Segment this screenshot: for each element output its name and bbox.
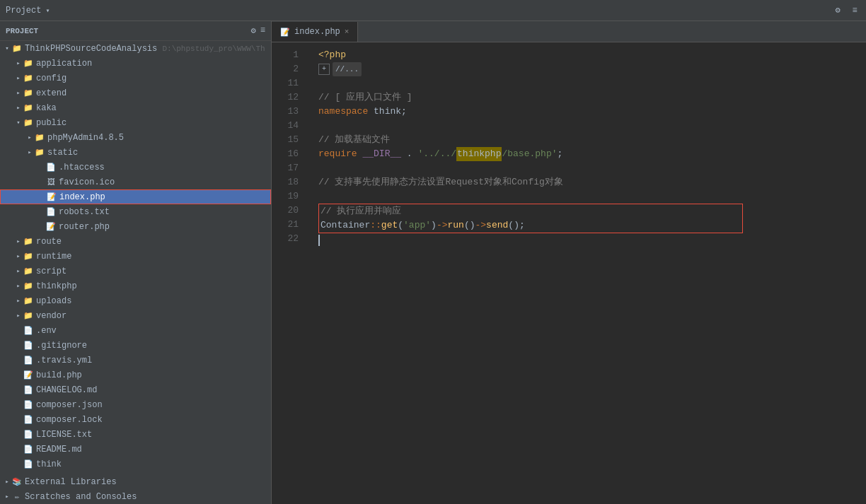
line-numbers: 1 2 11 12 13 14 15 16 17 18 19 20 21 22: [272, 42, 307, 504]
tree-arrow-config: [14, 74, 23, 83]
collapse-icon[interactable]: ≡: [260, 25, 265, 36]
comment-18: // 支持事先使用静态方法设置Request对象和Config对象: [318, 175, 563, 189]
file-icon-travis: 📄: [23, 355, 34, 366]
tree-item-router[interactable]: 📝 router.php: [0, 219, 271, 234]
code-line-21: Container :: get ( 'app' ) -> run () -> …: [319, 218, 742, 233]
line-num-13: 13: [272, 105, 307, 119]
settings-icon[interactable]: ⚙: [832, 5, 843, 16]
tree-item-env[interactable]: 📄 .env: [0, 323, 271, 338]
code-content[interactable]: <?php + //... // [ 应用入口文件 ] namespace: [307, 42, 866, 504]
tree-item-composer-lock[interactable]: 📄 composer.lock: [0, 412, 271, 427]
tree-arrow-thinkphp: [14, 282, 23, 291]
main-layout: Project ⚙ ≡ 📁 ThinkPHPSourceCodeAnalysis…: [0, 21, 866, 504]
tree-arrow-scratches: [3, 493, 11, 501]
tree-arrow-kaka: [14, 104, 23, 112]
collapsed-code[interactable]: //...: [333, 62, 362, 76]
tree-item-phpmyadmin[interactable]: 📁 phpMyAdmin4.8.5: [0, 130, 271, 145]
code-line-16: require __DIR__ . '../../thinkphp/base.p…: [318, 147, 866, 161]
tree-item-index-php[interactable]: 📝 index.php: [0, 189, 271, 204]
tree-item-composer-json[interactable]: 📄 composer.json: [0, 397, 271, 412]
file-icon-env: 📄: [23, 325, 34, 336]
file-icon-robots: 📄: [45, 206, 57, 218]
req-str-start: '../../: [417, 147, 456, 161]
tree-item-think[interactable]: 📄 think: [0, 457, 271, 471]
tree-item-route[interactable]: 📁 route: [0, 234, 271, 249]
tree-label-htaccess: .htaccess: [59, 163, 105, 172]
tree-item-gitignore[interactable]: 📄 .gitignore: [0, 338, 271, 353]
tree-arrow-application: [14, 59, 23, 68]
tree-item-application[interactable]: 📁 application: [0, 56, 271, 71]
code-line-12: // [ 应用入口文件 ]: [318, 90, 866, 105]
tree-label-phpmyadmin: phpMyAdmin4.8.5: [47, 133, 124, 143]
tree-item-robots[interactable]: 📄 robots.txt: [0, 204, 271, 219]
tree-arrow-route: [14, 238, 23, 246]
req-semi: ;: [557, 147, 562, 161]
folder-icon-application: 📁: [23, 58, 34, 69]
comment-20: // 执行应用并响应: [321, 204, 401, 218]
tree-item-runtime[interactable]: 📁 runtime: [0, 249, 271, 264]
tree-item-scratches[interactable]: ✏️ Scratches and Consoles: [0, 489, 271, 504]
tree-item-external-libs[interactable]: 📚 External Libraries: [0, 474, 271, 489]
file-icon-router: 📝: [45, 221, 57, 233]
tree-item-favicon[interactable]: 🖼 favicon.ico: [0, 175, 271, 189]
tree-item-script[interactable]: 📁 script: [0, 264, 271, 279]
tree-item-kaka[interactable]: 📁 kaka: [0, 100, 271, 115]
tree-item-readme[interactable]: 📄 README.md: [0, 442, 271, 457]
tree-label-root: ThinkPHPSourceCodeAnalysis D:\phpstudy_p…: [25, 44, 265, 54]
project-label[interactable]: Project: [6, 6, 41, 16]
code-line-18: // 支持事先使用静态方法设置Request对象和Config对象: [318, 175, 866, 189]
tree-item-htaccess[interactable]: 📄 .htaccess: [0, 160, 271, 175]
ns-space: [368, 105, 374, 119]
line-num-14: 14: [272, 119, 307, 133]
tree-item-license[interactable]: 📄 LICENSE.txt: [0, 427, 271, 442]
tree-arrow-extend: [14, 89, 23, 98]
collapse-toggle[interactable]: +: [318, 64, 330, 75]
folder-icon-runtime: 📁: [23, 251, 34, 262]
tree-label-config: config: [36, 74, 67, 83]
tree-item-thinkphp[interactable]: 📁 thinkphp: [0, 279, 271, 293]
tree-item-uploads[interactable]: 📁 uploads: [0, 293, 271, 308]
tree-item-root[interactable]: 📁 ThinkPHPSourceCodeAnalysis D:\phpstudy…: [0, 41, 271, 56]
tree-label-gitignore: .gitignore: [36, 341, 87, 351]
line-num-1: 1: [272, 48, 307, 62]
tab-index-php[interactable]: 📝 index.php ×: [272, 22, 358, 42]
code-line-15: // 加载基础文件: [318, 133, 866, 147]
tree-item-config[interactable]: 📁 config: [0, 71, 271, 86]
tree-item-vendor[interactable]: 📁 vendor: [0, 308, 271, 323]
sidebar: Project ⚙ ≡ 📁 ThinkPHPSourceCodeAnalysis…: [0, 21, 272, 504]
tree-label-travis: .travis.yml: [36, 356, 92, 365]
tree-label-think: think: [36, 459, 62, 469]
tree-arrow-vendor: [14, 312, 23, 320]
keyword-require: require: [318, 147, 357, 161]
run-method: run: [447, 218, 463, 233]
tree-label-script: script: [36, 266, 67, 276]
code-line-14: [318, 119, 866, 133]
tree-item-extend[interactable]: 📁 extend: [0, 86, 271, 100]
dbl-colon: ::: [370, 218, 381, 233]
tree-label-build: build.php: [36, 370, 82, 380]
tab-close-button[interactable]: ×: [345, 28, 350, 36]
comment-15: // 加载基础文件: [318, 133, 390, 147]
file-icon-changelog: 📄: [23, 385, 34, 396]
tree-item-public[interactable]: 📁 public: [0, 115, 271, 130]
menu-icon[interactable]: ≡: [849, 5, 860, 16]
line-num-22: 22: [272, 232, 307, 246]
app-str: 'app': [403, 218, 431, 233]
line-num-21: 21: [272, 218, 307, 232]
code-line-20: // 执行应用并响应: [319, 204, 742, 218]
tab-label: index.php: [294, 27, 340, 37]
code-editor: 1 2 11 12 13 14 15 16 17 18 19 20 21 22 …: [272, 42, 866, 504]
tree-item-changelog[interactable]: 📄 CHANGELOG.md: [0, 382, 271, 397]
gear-icon[interactable]: ⚙: [251, 25, 256, 36]
tree-item-build[interactable]: 📝 build.php: [0, 368, 271, 382]
dropdown-arrow[interactable]: ▾: [45, 6, 50, 15]
tree-item-travis[interactable]: 📄 .travis.yml: [0, 353, 271, 368]
tree-label-thinkphp: thinkphp: [36, 281, 77, 291]
code-line-1: <?php: [318, 48, 866, 62]
file-icon-index-php: 📝: [46, 192, 57, 203]
cursor: [318, 235, 320, 246]
line-num-18: 18: [272, 175, 307, 189]
tree-item-static[interactable]: 📁 static: [0, 145, 271, 160]
folder-icon-thinkphp: 📁: [23, 281, 34, 292]
highlighted-region: // 执行应用并响应 Container :: get ( 'app' ) ->…: [318, 204, 743, 233]
